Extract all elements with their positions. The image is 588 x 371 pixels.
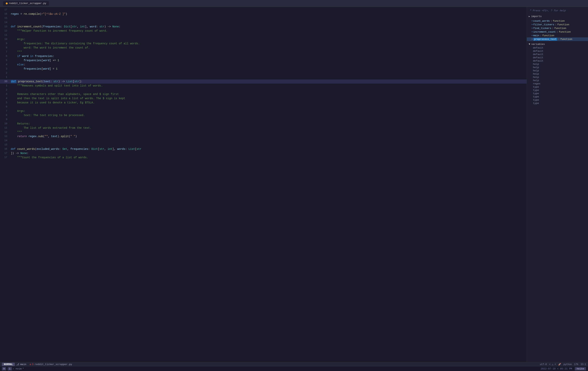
- tab-1-number: 1: [8, 367, 12, 371]
- table-row: 5 because it is used to denote a ticker,…: [0, 101, 527, 105]
- var-item-type-1[interactable]: type: [527, 85, 588, 89]
- table-row: 11 The list of words extracted from the …: [0, 126, 527, 130]
- var-item-help-1[interactable]: help: [527, 62, 588, 66]
- rocket-icon: 🚀: [558, 363, 561, 366]
- arrow-right-icon: ▶: [529, 15, 530, 18]
- table-row: 16 def count_words(excluded_words: Set, …: [0, 147, 527, 151]
- table-row: 8 word: The word to increment the count …: [0, 46, 527, 50]
- table-row: 17: [0, 8, 527, 12]
- file-tab[interactable]: reddit_ticker_scrapper.py: [3, 1, 49, 6]
- var-item-type-4[interactable]: type: [527, 95, 588, 98]
- var-item-default-1[interactable]: default: [527, 46, 588, 50]
- table-row: 8 text: The text string to be processed.: [0, 113, 527, 117]
- table-row: 7 """: [0, 50, 527, 54]
- status-right-section: utf-8 < △ < 🚀 python 17% 33:1: [540, 363, 586, 366]
- var-item-default-3[interactable]: default: [527, 53, 588, 56]
- branch-name: main: [20, 363, 26, 366]
- var-item-help-4[interactable]: help: [527, 72, 588, 76]
- table-row: 7 Args:: [0, 109, 527, 113]
- table-row: 2: [0, 88, 527, 92]
- error-indicator: ⊘ 3: [30, 363, 34, 366]
- table-row: 5 frequencies[word] += 1: [0, 58, 527, 62]
- modified-indicator: *: [22, 367, 24, 370]
- table-row: 14: [0, 138, 527, 143]
- var-item-default-4[interactable]: default: [527, 56, 588, 59]
- table-row: 9: [0, 117, 527, 122]
- var-item-type-2[interactable]: type: [527, 89, 588, 92]
- var-item-type-3[interactable]: type: [527, 92, 588, 95]
- language-label: python: [563, 363, 572, 366]
- datetime-label: 2022-07-10 < 05:21 PM: [541, 367, 572, 370]
- table-row: 13 return regex.sub("", text).split(" "): [0, 134, 527, 138]
- sidebar-item-find-tickers[interactable]: + find_tickers : function: [527, 26, 588, 30]
- title-bar: reddit_ticker_scrapper.py: [0, 0, 588, 7]
- var-item-type-6[interactable]: type: [527, 102, 588, 105]
- table-row: 10 Args:: [0, 37, 527, 41]
- format-icons: < △ <: [549, 363, 556, 366]
- var-item-regex[interactable]: regex: [527, 82, 588, 85]
- bottom-bar: 0 1 › nvim * 2022-07-10 < 05:21 PM heike: [0, 367, 588, 371]
- sidebar-item-main[interactable]: + main : function: [527, 34, 588, 37]
- error-count: 3: [32, 363, 34, 366]
- tab-label: reddit_ticker_scrapper.py: [9, 2, 46, 5]
- var-item-help-5[interactable]: help: [527, 76, 588, 79]
- variables-header[interactable]: ▼ variables: [527, 42, 588, 46]
- table-row: 16 regex = re.compile(r"[^\$a-zA-Z ]"): [0, 12, 527, 16]
- table-row: 15: [0, 143, 527, 147]
- var-item-default-5[interactable]: default: [527, 59, 588, 62]
- cursor-position: 33:1: [580, 363, 586, 366]
- encoding-label: utf-8: [540, 363, 547, 366]
- sidebar-item-increment-count[interactable]: + increment_count : function: [527, 30, 588, 34]
- status-bar: NORMAL ⎇ main ⊘ 3 reddit_ticker_scrapper…: [0, 362, 588, 367]
- table-row: 14: [0, 20, 527, 25]
- table-row: 1: [0, 75, 527, 79]
- main-area: 17 16 regex = re.compile(r"[^\$a-zA-Z ]"…: [0, 7, 588, 362]
- vim-mode: NORMAL: [2, 363, 15, 366]
- sidebar-item-filter-tickers[interactable]: + filter_tickers : function: [527, 23, 588, 26]
- table-row: 12 """: [0, 130, 527, 134]
- table-row: 4 else:: [0, 62, 527, 67]
- var-item-help-3[interactable]: help: [527, 69, 588, 72]
- chevron-right-icon: ›: [13, 367, 14, 370]
- branch-icon: ⎇: [16, 363, 19, 366]
- table-row: 13 def increment_count(frequencies: Dict…: [0, 25, 527, 29]
- table-row: 12 """Helper function to increment frequ…: [0, 29, 527, 33]
- sidebar-item-preprocess-text[interactable]: + preprocess_text : function: [527, 37, 588, 41]
- tab-1-item[interactable]: 1 › nvim *: [8, 367, 24, 371]
- username-label: heike: [575, 367, 586, 371]
- imports-label: imports: [531, 15, 542, 18]
- error-circle-icon: ⊘: [30, 363, 31, 366]
- arrow-down-icon: ▼: [529, 43, 530, 46]
- variables-label: variables: [531, 43, 545, 46]
- table-row: 1 """Removes symbols and split text into…: [0, 84, 527, 88]
- sidebar-section-functions: + count_words : function + filter_ticker…: [527, 19, 588, 41]
- code-editor[interactable]: 17 16 regex = re.compile(r"[^\$a-zA-Z ]"…: [0, 7, 527, 362]
- imports-header[interactable]: ▶ imports: [527, 14, 588, 18]
- table-row: 2: [0, 71, 527, 75]
- table-row: 10 Returns:: [0, 122, 527, 126]
- var-item-default-2[interactable]: default: [527, 50, 588, 53]
- table-row: 6 if word in frequencies:: [0, 54, 527, 58]
- table-row: 17 ]) -> None:: [0, 151, 527, 155]
- tab-dot-icon: [6, 2, 8, 4]
- scroll-percent: 17%: [574, 363, 578, 366]
- table-row: 17 """Count the frequencies of a list of…: [0, 155, 527, 160]
- sidebar-section-imports: ▶ imports: [527, 14, 588, 19]
- outline-panel: " Press <F1>, ? for help ▶ imports + cou…: [527, 7, 588, 362]
- table-row: 4 and then the text is split into a list…: [0, 96, 527, 101]
- var-item-help-2[interactable]: help: [527, 66, 588, 69]
- var-item-type-5[interactable]: type: [527, 98, 588, 102]
- sidebar-hint: " Press <F1>, ? for help: [527, 9, 588, 14]
- table-row: 3 Removes characters other than alphabet…: [0, 92, 527, 96]
- var-item-help-6[interactable]: help: [527, 79, 588, 82]
- tab-0-item[interactable]: 0: [2, 367, 6, 371]
- app-name: nvim: [16, 367, 21, 370]
- tab-0-number: 0: [2, 367, 6, 371]
- table-row: 33 def preprocess_text(text: str) -> Lis…: [0, 79, 527, 84]
- table-row: 9 frequencies: The dictionary containing…: [0, 41, 527, 46]
- sidebar-item-count-words[interactable]: + count_words : function: [527, 19, 588, 23]
- time-section: 2022-07-10 < 05:21 PM heike: [541, 367, 586, 371]
- table-row: 11: [0, 33, 527, 37]
- status-filename: reddit_ticker_scrapper.py: [34, 363, 540, 366]
- table-row: 6: [0, 105, 527, 109]
